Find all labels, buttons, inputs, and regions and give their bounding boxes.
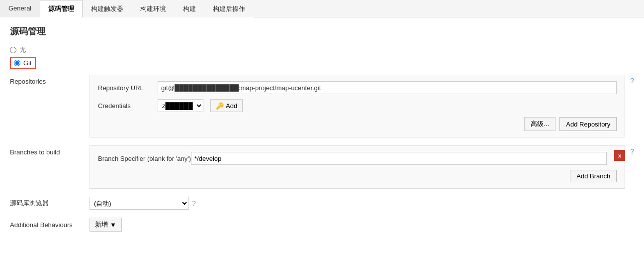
dropdown-arrow-icon: ▼ bbox=[110, 221, 116, 229]
repositories-help-icon[interactable]: ? bbox=[630, 77, 634, 85]
repositories-label: Repositories bbox=[10, 75, 90, 85]
tabs-bar: General源码管理构建触发器构建环境构建构建后操作 bbox=[0, 0, 644, 17]
tab-构建触发器[interactable]: 构建触发器 bbox=[83, 0, 132, 17]
branch-specifier-input[interactable] bbox=[191, 152, 607, 165]
repositories-section: Repository URL Credentials z██████ 🔑 bbox=[90, 75, 625, 137]
git-label: Git bbox=[23, 59, 32, 67]
none-radio[interactable] bbox=[10, 47, 16, 53]
add-repository-button[interactable]: Add Repository bbox=[559, 117, 617, 131]
tab-构建后操作[interactable]: 构建后操作 bbox=[204, 0, 254, 17]
git-radio-label[interactable]: Git bbox=[10, 57, 36, 69]
git-radio[interactable] bbox=[14, 60, 20, 66]
tab-构建[interactable]: 构建 bbox=[175, 0, 204, 17]
repo-url-label: Repository URL bbox=[98, 84, 158, 92]
add-new-button[interactable]: 新增 ▼ bbox=[90, 218, 122, 232]
tab-源码管理[interactable]: 源码管理 bbox=[40, 0, 83, 17]
add-new-label: 新增 bbox=[95, 220, 108, 229]
tab-构建环境[interactable]: 构建环境 bbox=[132, 0, 175, 17]
credentials-label: Credentials bbox=[98, 102, 158, 110]
key-icon: 🔑 bbox=[216, 102, 224, 110]
branches-section: x Branch Specifier (blank for 'any') Add… bbox=[90, 145, 625, 189]
page-title: 源码管理 bbox=[10, 25, 634, 37]
credentials-add-button[interactable]: 🔑 Add bbox=[210, 99, 243, 112]
add-branch-button[interactable]: Add Branch bbox=[570, 170, 617, 182]
branch-specifier-label: Branch Specifier (blank for 'any') bbox=[98, 155, 191, 162]
tab-General[interactable]: General bbox=[0, 0, 40, 17]
additional-behaviours-label: Additional Behaviours bbox=[10, 221, 90, 229]
source-browser-label: 源码库浏览器 bbox=[10, 199, 90, 208]
add-btn-label: Add bbox=[226, 102, 237, 110]
source-browser-help-icon[interactable]: ? bbox=[192, 199, 196, 207]
branches-label: Branches to build bbox=[10, 145, 90, 156]
branches-help-icon[interactable]: ? bbox=[630, 147, 634, 155]
repo-url-input[interactable] bbox=[158, 81, 617, 94]
none-label[interactable]: 无 bbox=[19, 45, 26, 54]
source-browser-select[interactable]: (自动) bbox=[90, 197, 189, 210]
credentials-select[interactable]: z██████ bbox=[158, 99, 203, 112]
delete-branch-button[interactable]: x bbox=[614, 150, 625, 161]
advanced-button[interactable]: 高级... bbox=[524, 117, 555, 131]
